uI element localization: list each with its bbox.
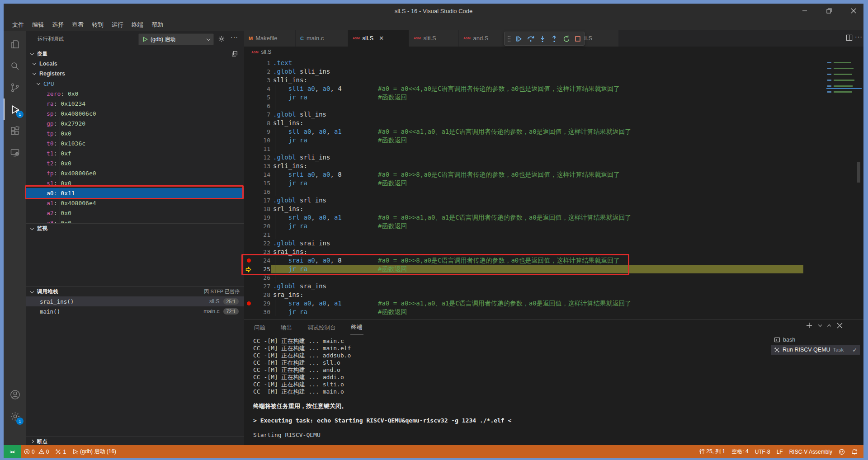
variables-section-header[interactable]: 变量	[26, 49, 244, 59]
debug-settings-gear-icon[interactable]	[218, 35, 225, 42]
more-actions-icon[interactable]: ···	[231, 33, 238, 41]
debug-session-status[interactable]: (gdb) 启动 (16)	[69, 445, 119, 458]
running-tasks-status[interactable]: 1	[52, 445, 69, 458]
code-line-2[interactable]: 2.globl slli_ins	[244, 67, 860, 76]
terminal-list-item-bash[interactable]: bash	[771, 335, 860, 345]
code-line-7[interactable]: 7.globl sll_ins	[244, 110, 860, 119]
menu-item-5[interactable]: 运行	[108, 21, 127, 29]
step-out-icon[interactable]	[550, 35, 558, 43]
indentation-status[interactable]: 空格: 4	[728, 448, 751, 455]
code-line-15[interactable]: 15 jr ra#函数返回	[244, 179, 860, 188]
tree-group-registers[interactable]: Registers	[26, 69, 244, 79]
tab-slti.S[interactable]: ASMslti.S	[409, 30, 459, 47]
menu-item-4[interactable]: 转到	[88, 21, 108, 29]
code-line-13[interactable]: 13srli_ins:	[244, 162, 860, 170]
tree-group-locals[interactable]: Locals	[26, 59, 244, 69]
continue-icon[interactable]	[514, 35, 523, 43]
settings-gear-icon[interactable]: 1	[4, 405, 26, 427]
editor-scrollbar[interactable]	[857, 162, 860, 183]
menu-item-7[interactable]: 帮助	[147, 21, 167, 29]
editor-more-actions-icon[interactable]: ···	[855, 33, 863, 40]
menu-item-2[interactable]: 选择	[48, 21, 68, 29]
register-ra[interactable]: ra: 0x10234	[26, 99, 244, 108]
tab-main.c[interactable]: Cmain.c	[296, 30, 348, 47]
step-over-icon[interactable]	[527, 35, 535, 43]
code-line-30[interactable]: 30 jr ra#函数返回	[244, 308, 860, 316]
code-line-6[interactable]: 6	[244, 102, 860, 110]
close-window-button[interactable]	[848, 5, 859, 16]
cursor-position-status[interactable]: 行 25, 列 1	[696, 448, 728, 455]
breadcrumb[interactable]: ASM sll.S	[244, 47, 863, 57]
code-line-5[interactable]: 5 jr ra#函数返回	[244, 93, 860, 102]
register-a1[interactable]: a1: 0x408006e4	[26, 198, 244, 208]
code-line-29[interactable]: 29 sra a0, a0, a1#a0 = a0>>a1,a0、a1是C语言调…	[244, 299, 860, 308]
tab-and.S[interactable]: ASMand.S	[459, 30, 503, 47]
menu-item-0[interactable]: 文件	[8, 21, 28, 29]
menu-item-1[interactable]: 编辑	[28, 21, 48, 29]
menu-item-3[interactable]: 查看	[68, 21, 88, 29]
code-line-19[interactable]: 19 srl a0, a0, a1#a0 = a0>>a1,a0、a1是C语言调…	[244, 213, 860, 222]
split-editor-icon[interactable]	[846, 34, 853, 41]
close-panel-icon[interactable]	[837, 323, 843, 329]
minimap[interactable]	[827, 62, 860, 101]
menu-item-6[interactable]: 终端	[127, 21, 147, 29]
register-sp[interactable]: sp: 0x408006c0	[26, 108, 244, 118]
code-line-27[interactable]: 27.globl sra_ins	[244, 282, 860, 291]
new-terminal-icon[interactable]	[806, 322, 812, 329]
collapse-all-icon[interactable]	[231, 51, 238, 57]
code-line-21[interactable]: 21	[244, 230, 860, 239]
stack-frame-1[interactable]: srai_ins()sll.S25:1	[26, 296, 244, 306]
tab-sll.S[interactable]: ASMsll.S✕	[348, 30, 409, 47]
panel-tab-问题[interactable]: 问题	[253, 320, 266, 334]
register-fp[interactable]: fp: 0x408006e0	[26, 168, 244, 178]
terminal-output[interactable]: CC -[M] 正在构建 ... main.cCC -[M] 正在构建 ... …	[253, 338, 511, 439]
panel-tab-终端[interactable]: 终端	[350, 320, 363, 334]
terminal-dropdown-icon[interactable]	[818, 323, 822, 326]
code-line-10[interactable]: 10 jr ra#函数返回	[244, 136, 860, 145]
code-line-20[interactable]: 20 jr ra#函数返回	[244, 222, 860, 230]
register-t0[interactable]: t0: 0x1036c	[26, 138, 244, 148]
register-t2[interactable]: t2: 0x0	[26, 158, 244, 168]
source-control-icon[interactable]	[4, 77, 26, 99]
code-line-12[interactable]: 12.globl srli_ins	[244, 153, 860, 162]
account-icon[interactable]	[4, 384, 26, 405]
tab-Makefile[interactable]: MMakefile	[244, 30, 296, 47]
register-tp[interactable]: tp: 0x0	[26, 128, 244, 138]
register-a2[interactable]: a2: 0x0	[26, 208, 244, 218]
code-line-9[interactable]: 9 sll a0, a0, a1#a0 = a0<<a1,a0、a1是C语言调用…	[244, 127, 860, 136]
eol-status[interactable]: LF	[774, 449, 786, 455]
launch-config-dropdown[interactable]: (gdb) 启动	[138, 33, 214, 45]
stop-icon[interactable]	[574, 35, 581, 42]
step-into-icon[interactable]	[538, 35, 547, 43]
maximize-panel-icon[interactable]	[827, 324, 831, 328]
close-tab-icon[interactable]: ✕	[379, 35, 384, 42]
code-line-4[interactable]: 4 slli a0, a0, 4#a0 = a0<<4,a0是C语言调用者传递的…	[244, 84, 860, 93]
code-line-11[interactable]: 11	[244, 145, 860, 153]
problems-status[interactable]: 0 0	[21, 445, 52, 458]
explorer-icon[interactable]	[4, 33, 26, 55]
language-mode-status[interactable]: RISC-V Assembly	[786, 449, 835, 455]
remote-indicator[interactable]: ><	[4, 445, 21, 458]
register-zero[interactable]: zero: 0x0	[26, 89, 244, 99]
register-gp[interactable]: gp: 0x27920	[26, 118, 244, 128]
watch-section-header[interactable]: 监视	[26, 223, 244, 233]
code-line-17[interactable]: 17.globl srl_ins	[244, 196, 860, 205]
feedback-icon[interactable]	[835, 449, 848, 455]
run-and-debug-icon[interactable]: 1	[4, 99, 26, 120]
code-line-14[interactable]: 14 srli a0, a0, 8#a0 = a0>>8,a0是C语言调用者传递…	[244, 170, 860, 179]
search-icon[interactable]	[4, 55, 26, 77]
terminal-list-item-Run RISCV-QEMU[interactable]: Run RISCV-QEMUTask✓	[771, 345, 860, 355]
stack-frame-2[interactable]: main()main.c72:1	[26, 306, 244, 316]
tree-group-cpu[interactable]: CPU	[26, 79, 244, 89]
remote-explorer-icon[interactable]	[4, 142, 26, 164]
register-a3[interactable]: a3: 0x0	[26, 218, 244, 223]
code-line-28[interactable]: 28sra_ins:	[244, 291, 860, 299]
callstack-section-header[interactable]: 调用堆栈 因 STEP 已暂停	[26, 286, 244, 296]
restore-button[interactable]	[824, 5, 835, 16]
toolbar-drag-grip[interactable]	[507, 35, 511, 42]
code-line-16[interactable]: 16	[244, 188, 860, 196]
notifications-bell-icon[interactable]	[848, 449, 861, 455]
code-line-3[interactable]: 3slli_ins:	[244, 76, 860, 84]
code-line-1[interactable]: 1.text	[244, 59, 860, 67]
code-line-18[interactable]: 18srl_ins:	[244, 205, 860, 213]
